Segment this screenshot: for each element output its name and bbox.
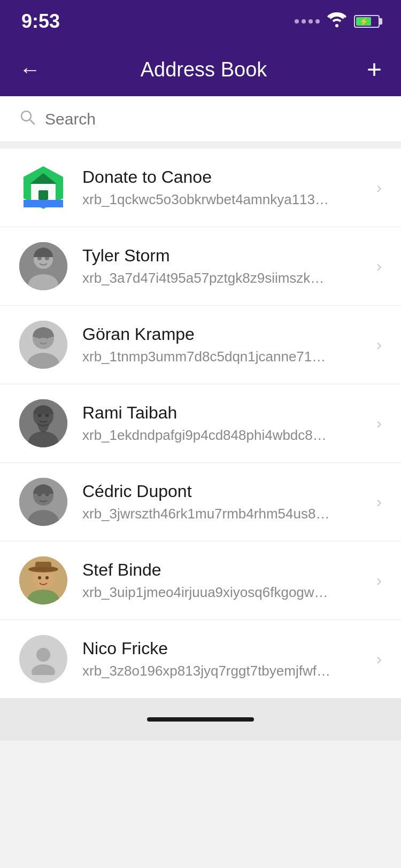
svg-rect-6 [38, 190, 48, 200]
svg-line-1 [30, 120, 34, 124]
contact-info: Göran Krampe xrb_1tnmp3umm7d8c5dqn1jcann… [82, 324, 368, 365]
contact-address: xrb_3jwrszth46rk1mu7rmb4rhm54us8… [82, 506, 368, 522]
svg-point-37 [36, 648, 50, 662]
svg-point-36 [28, 567, 58, 571]
contact-address: xrb_3a7d47i4t95a57pztgk8z9siimszk… [82, 270, 368, 286]
contact-address: xrb_3z8o196xp813jyq7rggt7tbyemjfwf… [82, 663, 368, 679]
svg-point-32 [38, 576, 41, 579]
contact-name: Cédric Dupont [82, 482, 368, 501]
avatar [19, 399, 67, 447]
svg-rect-7 [24, 200, 63, 207]
list-item[interactable]: Stef Binde xrb_3uip1jmeo4irjuua9xiyosq6f… [0, 541, 401, 620]
contact-list: Donate to Canoe xrb_1qckwc5o3obkrwbet4am… [0, 149, 401, 698]
contact-address: xrb_1qckwc5o3obkrwbet4amnkya113… [82, 191, 368, 208]
contact-name: Göran Krampe [82, 324, 368, 344]
search-bar [0, 96, 401, 142]
contact-info: Cédric Dupont xrb_3jwrszth46rk1mu7rmb4rh… [82, 482, 368, 522]
chevron-right-icon: › [376, 179, 382, 197]
section-divider [0, 142, 401, 149]
contact-name: Rami Taibah [82, 403, 368, 423]
contact-info: Stef Binde xrb_3uip1jmeo4irjuua9xiyosq6f… [82, 560, 368, 601]
contact-info: Nico Fricke xrb_3z8o196xp813jyq7rggt7tby… [82, 639, 368, 679]
list-item[interactable]: Nico Fricke xrb_3z8o196xp813jyq7rggt7tby… [0, 620, 401, 698]
contact-address: xrb_1ekdndpafgi9p4cd848phi4wbdc8… [82, 427, 368, 444]
status-time: 9:53 [21, 10, 60, 33]
list-item[interactable]: Donate to Canoe xrb_1qckwc5o3obkrwbet4am… [0, 149, 401, 227]
chevron-right-icon: › [376, 650, 382, 668]
contact-name: Tyler Storm [82, 246, 368, 266]
status-icons: ⚡ [295, 12, 380, 31]
avatar [19, 242, 67, 290]
contact-name: Donate to Canoe [82, 167, 368, 187]
contact-address: xrb_3uip1jmeo4irjuua9xiyosq6fkgogw… [82, 584, 368, 601]
contact-info: Tyler Storm xrb_3a7d47i4t95a57pztgk8z9si… [82, 246, 368, 286]
search-icon [19, 109, 35, 129]
home-bar-area [0, 698, 401, 741]
add-contact-button[interactable]: + [367, 57, 382, 82]
contact-address: xrb_1tnmp3umm7d8c5dqn1jcanne71… [82, 348, 368, 365]
list-item[interactable]: Göran Krampe xrb_1tnmp3umm7d8c5dqn1jcann… [0, 306, 401, 384]
nav-bar: ← Address Book + [0, 43, 401, 96]
svg-point-33 [45, 576, 49, 579]
list-item[interactable]: Cédric Dupont xrb_3jwrszth46rk1mu7rmb4rh… [0, 463, 401, 541]
avatar [19, 164, 67, 212]
battery-icon: ⚡ [354, 15, 380, 28]
status-bar: 9:53 ⚡ [0, 0, 401, 43]
page-title: Address Book [141, 58, 267, 81]
chevron-right-icon: › [376, 493, 382, 511]
wifi-icon [327, 12, 346, 31]
chevron-right-icon: › [376, 571, 382, 590]
avatar [19, 556, 67, 604]
avatar [19, 478, 67, 526]
chevron-right-icon: › [376, 336, 382, 354]
back-button[interactable]: ← [19, 59, 41, 80]
svg-rect-18 [34, 331, 53, 338]
list-item[interactable]: Tyler Storm xrb_3a7d47i4t95a57pztgk8z9si… [0, 227, 401, 306]
svg-point-38 [32, 664, 55, 675]
chevron-right-icon: › [376, 414, 382, 432]
avatar [19, 635, 67, 683]
chevron-right-icon: › [376, 257, 382, 275]
list-item[interactable]: Rami Taibah xrb_1ekdndpafgi9p4cd848phi4w… [0, 384, 401, 463]
contact-info: Rami Taibah xrb_1ekdndpafgi9p4cd848phi4w… [82, 403, 368, 444]
avatar [19, 321, 67, 369]
contact-info: Donate to Canoe xrb_1qckwc5o3obkrwbet4am… [82, 167, 368, 208]
signal-dots-icon [295, 19, 320, 24]
search-input[interactable] [45, 110, 382, 128]
contact-name: Nico Fricke [82, 639, 368, 658]
contact-name: Stef Binde [82, 560, 368, 580]
home-bar [147, 717, 254, 722]
